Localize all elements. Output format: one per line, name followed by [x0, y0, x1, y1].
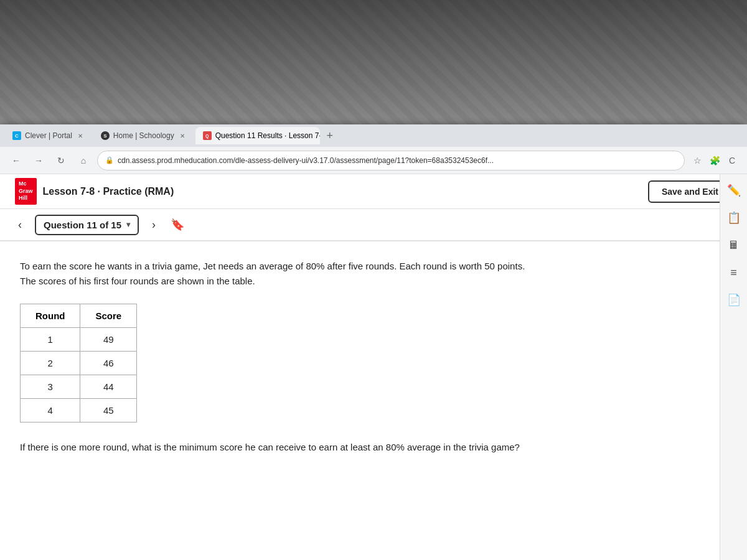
table-cell-round-2: 2 [21, 352, 80, 375]
table-row: 445 [21, 399, 137, 422]
home-button[interactable]: ⌂ [75, 152, 92, 169]
app-header: Mc Graw Hill Lesson 7-8 · Practice (RMA)… [0, 174, 747, 209]
document-tool-button[interactable]: 📄 [723, 289, 745, 311]
tab-schoology[interactable]: S Home | Schoology ✕ [93, 127, 194, 144]
right-sidebar-tools: ✏️ 📋 🖩 ≡ 📄 [720, 174, 747, 560]
chevron-down-icon: ▾ [126, 220, 130, 229]
address-text: cdn.assess.prod.mheducation.com/dle-asse… [118, 156, 677, 165]
logo-line3: Hill [19, 195, 33, 202]
table-header-round: Round [21, 304, 80, 328]
table-cell-round-4: 4 [21, 399, 80, 422]
question-selector-dropdown[interactable]: Question 11 of 15 ▾ [35, 215, 139, 235]
scores-table: Round Score 149246344445 [20, 304, 137, 422]
calculator-tool-button[interactable]: 🖩 [723, 234, 745, 256]
lock-icon: 🔒 [105, 156, 114, 164]
brand-logo: Mc Graw Hill Lesson 7-8 · Practice (RMA) [15, 178, 174, 205]
question-content-area: To earn the score he wants in a trivia g… [0, 241, 747, 560]
pencil-tool-button[interactable]: ✏️ [723, 179, 745, 202]
table-row: 344 [21, 375, 137, 399]
table-header-score: Score [80, 304, 137, 328]
address-bar-row: ← → ↻ ⌂ 🔒 cdn.assess.prod.mheducation.co… [0, 147, 747, 174]
app-content: Mc Graw Hill Lesson 7-8 · Practice (RMA)… [0, 174, 747, 560]
tab-bar: C Clever | Portal ✕ S Home | Schoology ✕… [0, 124, 747, 147]
notes-tool-button[interactable]: 📋 [723, 207, 745, 229]
lines-tool-button[interactable]: ≡ [723, 261, 745, 284]
question-tab-icon: Q [203, 131, 212, 140]
new-tab-button[interactable]: + [321, 127, 339, 144]
address-bar[interactable]: 🔒 cdn.assess.prod.mheducation.com/dle-as… [97, 151, 685, 170]
mcgraw-hill-logo: Mc Graw Hill [15, 178, 37, 205]
bookmark-star-icon[interactable]: ☆ [690, 153, 705, 168]
logo-line2: Graw [19, 188, 33, 195]
follow-up-question: If there is one more round, what is the … [20, 440, 530, 455]
schoology-tab-icon: S [101, 131, 110, 140]
table-cell-score-2: 46 [80, 352, 137, 375]
back-button[interactable]: ← [7, 152, 25, 169]
previous-question-button[interactable]: ‹ [10, 215, 30, 235]
tab-schoology-label: Home | Schoology [113, 131, 174, 140]
browser-actions: ☆ 🧩 C [690, 153, 740, 168]
question-nav-bar: ‹ Question 11 of 15 ▾ › 🔖 [0, 209, 747, 241]
tab-question[interactable]: Q Question 11 Results · Lesson 7-8 ✕ [195, 127, 320, 144]
bookmark-button[interactable]: 🔖 [169, 216, 186, 233]
clever-tab-icon: C [12, 131, 21, 140]
tab-clever-close[interactable]: ✕ [76, 131, 85, 140]
tab-clever[interactable]: C Clever | Portal ✕ [5, 127, 92, 144]
profile-icon[interactable]: C [725, 153, 740, 168]
forward-button[interactable]: → [30, 152, 47, 169]
table-cell-score-4: 45 [80, 399, 137, 422]
extensions-icon[interactable]: 🧩 [707, 153, 722, 168]
logo-line1: Mc [19, 180, 33, 188]
table-cell-score-1: 49 [80, 328, 137, 352]
question-prompt: To earn the score he wants in a trivia g… [20, 259, 530, 289]
table-cell-round-1: 1 [21, 328, 80, 352]
table-row: 149 [21, 328, 137, 352]
table-cell-score-3: 44 [80, 375, 137, 399]
tab-question-label: Question 11 Results · Lesson 7-8 [215, 131, 320, 140]
reload-button[interactable]: ↻ [52, 152, 70, 169]
question-counter-label: Question 11 of 15 [44, 220, 121, 230]
tab-clever-label: Clever | Portal [25, 131, 72, 140]
next-question-button[interactable]: › [144, 215, 164, 235]
tab-schoology-close[interactable]: ✕ [178, 131, 187, 140]
lesson-title: Lesson 7-8 · Practice (RMA) [43, 186, 174, 197]
browser-frame: C Clever | Portal ✕ S Home | Schoology ✕… [0, 124, 747, 560]
table-row: 246 [21, 352, 137, 375]
table-cell-round-3: 3 [21, 375, 80, 399]
